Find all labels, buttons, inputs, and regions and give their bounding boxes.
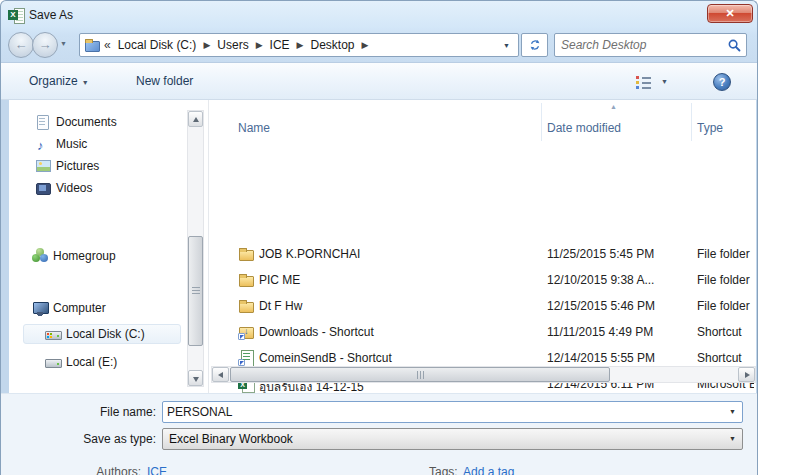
column-header-type[interactable]: Type	[697, 121, 723, 135]
new-folder-label: New folder	[136, 74, 193, 88]
command-toolbar: Organize▼ New folder ▼ ?	[1, 62, 757, 100]
sidebar-item-label: Local Disk (C:)	[66, 324, 145, 344]
breadcrumb-item[interactable]: Desktop	[308, 38, 358, 52]
breadcrumb-item[interactable]: ICE	[267, 38, 293, 52]
breadcrumb-separator-icon[interactable]: ▶	[199, 40, 214, 50]
breadcrumb-separator-icon[interactable]: ▶	[358, 40, 373, 50]
sidebar-item-music[interactable]: Music	[23, 134, 181, 154]
file-name-cell: Downloads - Shortcut	[259, 325, 374, 339]
new-folder-button[interactable]: New folder	[136, 74, 193, 88]
sidebar-item-pictures[interactable]: Pictures	[23, 156, 181, 176]
recent-pages-caret-icon[interactable]: ▼	[60, 40, 67, 47]
computer-icon	[32, 300, 48, 316]
tags-label: Tags:	[429, 465, 458, 475]
authors-label: Authors:	[59, 465, 141, 475]
left-arrow-icon	[218, 372, 223, 378]
breadcrumb-overflow[interactable]: «	[104, 38, 111, 52]
homegroup-icon	[32, 248, 48, 264]
file-type-cell: File folder	[697, 273, 754, 287]
column-resize-handle[interactable]	[691, 103, 692, 141]
file-row[interactable]: Dt F Hw12/15/2015 5:46 PMFile folder	[211, 294, 756, 320]
down-arrow-icon	[193, 377, 199, 382]
breadcrumb-item[interactable]: Users	[214, 38, 251, 52]
file-name-input[interactable]	[167, 404, 717, 420]
change-view-icon[interactable]	[636, 75, 652, 88]
close-button[interactable]: ✕	[707, 4, 753, 23]
sidebar-item-videos[interactable]: Videos	[23, 178, 181, 198]
sidebar-item-homegroup[interactable]: Homegroup	[23, 246, 181, 266]
homegroup-member-icon	[36, 248, 44, 256]
sidebar-item-computer[interactable]: Computer	[23, 298, 181, 318]
file-name-label: File name:	[1, 401, 156, 423]
breadcrumb: Local Disk (C:)▶Users▶ICE▶Desktop▶	[115, 38, 373, 52]
sidebar-item-label: Computer	[53, 298, 106, 318]
disk-c-icon	[45, 326, 61, 342]
sidebar-item-label: Local (E:)	[66, 352, 117, 372]
save-as-dialog: Save As ✕ ← → ▼ « Local Disk (C:)▶Users▶…	[0, 0, 758, 475]
pictures-icon	[35, 158, 51, 174]
sidebar-item-label: Videos	[56, 178, 92, 198]
search-input[interactable]	[561, 36, 721, 54]
column-header-date-modified[interactable]: Date modified	[547, 121, 621, 135]
back-button[interactable]: ←	[8, 32, 34, 58]
save-as-type-value: Excel Binary Workbook	[169, 432, 293, 446]
file-row[interactable]: JOB K.PORNCHAI11/25/2015 5:45 PMFile fol…	[211, 242, 756, 268]
address-bar[interactable]: « Local Disk (C:)▶Users▶ICE▶Desktop▶ ▼	[79, 33, 519, 57]
save-type-dropdown-icon: ▼	[729, 429, 736, 449]
forward-button[interactable]: →	[32, 32, 58, 58]
scroll-right-button[interactable]	[738, 367, 755, 382]
file-name-dropdown-icon[interactable]: ▼	[729, 402, 736, 422]
refresh-button[interactable]	[521, 33, 548, 57]
file-row[interactable]: Downloads - Shortcut11/11/2015 4:49 PMSh…	[211, 320, 756, 346]
organize-caret-icon: ▼	[82, 79, 89, 86]
window-title: Save As	[29, 8, 73, 22]
sidebar-item-local-disk-c[interactable]: Local Disk (C:)	[23, 324, 181, 344]
organize-button[interactable]: Organize▼	[29, 74, 89, 88]
file-type-cell: File folder	[697, 247, 754, 261]
breadcrumb-item[interactable]: Local Disk (C:)	[115, 38, 200, 52]
date-modified-cell: 11/25/2015 5:45 PM	[547, 247, 689, 261]
address-dropdown-icon[interactable]: ▼	[503, 42, 510, 49]
scroll-left-button[interactable]	[212, 367, 229, 382]
file-row[interactable]: PIC ME12/10/2015 9:38 A...File folder	[211, 268, 756, 294]
folder-shortcut-icon	[238, 324, 254, 340]
save-as-type-select[interactable]: Excel Binary Workbook ▼	[162, 428, 743, 450]
file-name-combo: ▼	[162, 401, 743, 423]
title-bar[interactable]: Save As ✕	[1, 1, 757, 29]
navigation-bar: ← → ▼ « Local Disk (C:)▶Users▶ICE▶Deskto…	[1, 29, 757, 62]
sidebar-item-label: Homegroup	[53, 246, 116, 266]
folder-icon	[238, 246, 254, 262]
videos-icon	[35, 180, 51, 196]
pane-divider[interactable]	[208, 100, 209, 393]
organize-label: Organize	[29, 74, 78, 88]
sidebar-item-label: Documents	[56, 112, 117, 132]
column-header-name[interactable]: Name	[238, 121, 270, 135]
date-modified-cell: 12/10/2015 9:38 A...	[547, 273, 689, 287]
sidebar-scrollbar[interactable]	[187, 110, 204, 387]
search-icon[interactable]	[727, 38, 742, 53]
tags-value-link[interactable]: Add a tag	[463, 465, 514, 475]
windows-flag-icon	[47, 333, 49, 335]
right-arrow-icon	[745, 372, 750, 378]
change-view-caret-icon[interactable]: ▼	[661, 78, 668, 85]
excel-app-icon	[8, 7, 24, 23]
sidebar-item-local-e[interactable]: Local (E:)	[23, 352, 181, 372]
breadcrumb-separator-icon[interactable]: ▶	[293, 40, 308, 50]
list-horizontal-scrollbar[interactable]	[211, 366, 756, 383]
sidebar-item-documents[interactable]: Documents	[23, 112, 181, 132]
scroll-up-button[interactable]	[188, 111, 203, 127]
disk-e-icon	[45, 354, 61, 370]
column-resize-handle[interactable]	[541, 103, 542, 141]
breadcrumb-separator-icon[interactable]: ▶	[252, 40, 267, 50]
sidebar-scrollbar-thumb[interactable]	[188, 236, 203, 346]
column-headers: Name ▲ Date modified Type	[211, 100, 756, 143]
sidebar-item-label: Music	[56, 134, 87, 154]
horizontal-scrollbar-thumb[interactable]	[230, 367, 610, 382]
shortcut-arrow-icon	[238, 333, 245, 340]
excel-shortcut-icon	[238, 350, 254, 366]
file-name-cell: JOB K.PORNCHAI	[259, 247, 360, 261]
scroll-down-button[interactable]	[188, 370, 203, 386]
date-modified-cell: 11/11/2015 4:49 PM	[547, 325, 689, 339]
authors-value-link[interactable]: ICE	[147, 465, 167, 475]
help-button[interactable]: ?	[713, 73, 731, 91]
